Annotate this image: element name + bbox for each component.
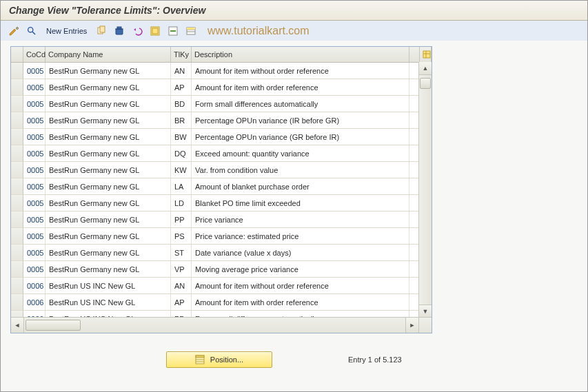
column-selector[interactable] (11, 47, 23, 62)
table-row[interactable]: 0005BestRun Germany new GLLAAmount of bl… (11, 178, 432, 195)
cell-description[interactable]: Exceed amount: quantity variance (192, 145, 409, 161)
row-selector[interactable] (11, 79, 23, 95)
table-row[interactable]: 0005BestRun Germany new GLBDForm small d… (11, 96, 432, 112)
cell-tlky[interactable]: DQ (171, 145, 192, 161)
cell-company-name[interactable]: BestRun Germany new GL (45, 79, 171, 95)
cell-company-name[interactable]: BestRun US INC New GL (45, 294, 171, 310)
copy-button[interactable] (94, 23, 109, 39)
cell-company-name[interactable]: BestRun Germany new GL (45, 228, 171, 244)
cell-company-name[interactable]: BestRun Germany new GL (45, 212, 171, 227)
scroll-up-button[interactable]: ▲ (419, 62, 432, 75)
position-button[interactable]: Position... (166, 351, 272, 368)
cell-description[interactable]: Price variance (192, 212, 409, 227)
cell-company-name[interactable]: BestRun Germany new GL (45, 129, 171, 145)
table-row[interactable]: 0005BestRun Germany new GLBWPercentage O… (11, 129, 432, 145)
cell-description[interactable]: Blanket PO time limit exceeded (192, 195, 409, 211)
table-row[interactable]: 0006BestRun US INC New GLAPAmount for it… (11, 294, 432, 311)
cell-tlky[interactable]: AP (171, 79, 192, 95)
row-selector[interactable] (11, 278, 23, 293)
scroll-left-button[interactable]: ◄ (11, 318, 24, 333)
cell-cocd[interactable]: 0005 (23, 228, 45, 244)
cell-tlky[interactable]: AN (171, 63, 192, 79)
delete-button[interactable] (112, 23, 127, 39)
cell-description[interactable]: Percentage OPUn variance (GR before IR) (192, 129, 409, 145)
cell-tlky[interactable]: BR (171, 112, 192, 128)
table-row[interactable]: 0005BestRun Germany new GLAPAmount for i… (11, 79, 432, 96)
cell-tlky[interactable]: ST (171, 245, 192, 260)
cell-cocd[interactable]: 0005 (23, 178, 45, 194)
table-row[interactable]: 0005BestRun Germany new GLPPPrice varian… (11, 212, 432, 228)
row-selector[interactable] (11, 162, 23, 178)
table-row[interactable]: 0005BestRun Germany new GLSTDate varianc… (11, 245, 432, 261)
cell-description[interactable]: Amount of blanket purchase order (192, 178, 409, 194)
cell-company-name[interactable]: BestRun Germany new GL (45, 261, 171, 277)
cell-company-name[interactable]: BestRun Germany new GL (45, 195, 171, 211)
cell-cocd[interactable]: 0005 (23, 79, 45, 95)
cell-cocd[interactable]: 0005 (23, 212, 45, 227)
table-row[interactable]: 0005BestRun Germany new GLBRPercentage O… (11, 112, 432, 129)
row-selector[interactable] (11, 294, 23, 310)
table-row[interactable]: 0005BestRun Germany new GLVPMoving avera… (11, 261, 432, 278)
cell-cocd[interactable]: 0005 (23, 195, 45, 211)
cell-cocd[interactable]: 0006 (23, 278, 45, 293)
find-button[interactable] (24, 23, 39, 39)
cell-company-name[interactable]: BestRun US INC New GL (45, 278, 171, 293)
cell-description[interactable]: Amount for item without order reference (192, 278, 409, 293)
cell-tlky[interactable]: VP (171, 261, 192, 277)
cell-description[interactable]: Amount for item with order reference (192, 79, 409, 95)
row-selector[interactable] (11, 195, 23, 211)
cell-tlky[interactable]: PS (171, 228, 192, 244)
cell-tlky[interactable]: LA (171, 178, 192, 194)
table-row[interactable]: 0005BestRun Germany new GLKWVar. from co… (11, 162, 432, 178)
cell-description[interactable]: Form small differences automatically (192, 96, 409, 112)
deselect-all-button[interactable] (165, 23, 181, 39)
column-company-name[interactable]: Company Name (45, 47, 171, 62)
table-row[interactable]: 0006BestRun US INC New GLANAmount for it… (11, 278, 432, 294)
row-selector[interactable] (11, 261, 23, 277)
cell-tlky[interactable]: BD (171, 96, 192, 112)
row-selector[interactable] (11, 178, 23, 194)
cell-tlky[interactable]: AP (171, 294, 192, 310)
cell-description[interactable]: Percentage OPUn variance (IR before GR) (192, 112, 409, 128)
cell-company-name[interactable]: BestRun Germany new GL (45, 245, 171, 260)
cell-tlky[interactable]: AN (171, 278, 192, 293)
cell-description[interactable]: Var. from condition value (192, 162, 409, 178)
column-description[interactable]: Description (192, 47, 409, 62)
vertical-scrollbar[interactable]: ▲ ▼ (418, 62, 432, 318)
table-row[interactable]: 0005BestRun Germany new GLDQExceed amoun… (11, 145, 432, 162)
cell-description[interactable]: Date variance (value x days) (192, 245, 409, 260)
cell-company-name[interactable]: BestRun Germany new GL (45, 162, 171, 178)
cell-cocd[interactable]: 0005 (23, 63, 45, 79)
table-row[interactable]: 0005BestRun Germany new GLLDBlanket PO t… (11, 195, 432, 212)
toggle-display-button[interactable] (6, 23, 21, 39)
cell-cocd[interactable]: 0006 (23, 294, 45, 310)
cell-company-name[interactable]: BestRun Germany new GL (45, 145, 171, 161)
cell-tlky[interactable]: PP (171, 212, 192, 227)
new-entries-button[interactable]: New Entries (42, 23, 91, 39)
cell-cocd[interactable]: 0005 (23, 245, 45, 260)
horizontal-scroll-thumb[interactable] (26, 320, 81, 331)
cell-company-name[interactable]: BestRun Germany new GL (45, 178, 171, 194)
table-row[interactable]: 0005BestRun Germany new GLPSPrice varian… (11, 228, 432, 245)
horizontal-scrollbar[interactable]: ◄ ► (11, 317, 432, 333)
cell-tlky[interactable]: BW (171, 129, 192, 145)
row-selector[interactable] (11, 129, 23, 145)
row-selector[interactable] (11, 96, 23, 112)
cell-company-name[interactable]: BestRun Germany new GL (45, 63, 171, 79)
row-selector[interactable] (11, 245, 23, 260)
table-settings-button[interactable] (419, 47, 432, 62)
row-selector[interactable] (11, 112, 23, 128)
scroll-right-button[interactable]: ► (405, 318, 418, 333)
cell-cocd[interactable]: 0005 (23, 162, 45, 178)
row-selector[interactable] (11, 63, 23, 79)
undo-button[interactable] (130, 23, 145, 39)
cell-cocd[interactable]: 0005 (23, 261, 45, 277)
column-tlky[interactable]: TlKy (171, 47, 192, 62)
cell-cocd[interactable]: 0005 (23, 129, 45, 145)
print-button[interactable] (183, 23, 199, 39)
cell-cocd[interactable]: 0005 (23, 145, 45, 161)
select-all-button[interactable] (148, 23, 163, 39)
cell-description[interactable]: Amount for item with order reference (192, 294, 409, 310)
scroll-down-button[interactable]: ▼ (419, 305, 432, 318)
column-cocd[interactable]: CoCd (23, 47, 45, 62)
